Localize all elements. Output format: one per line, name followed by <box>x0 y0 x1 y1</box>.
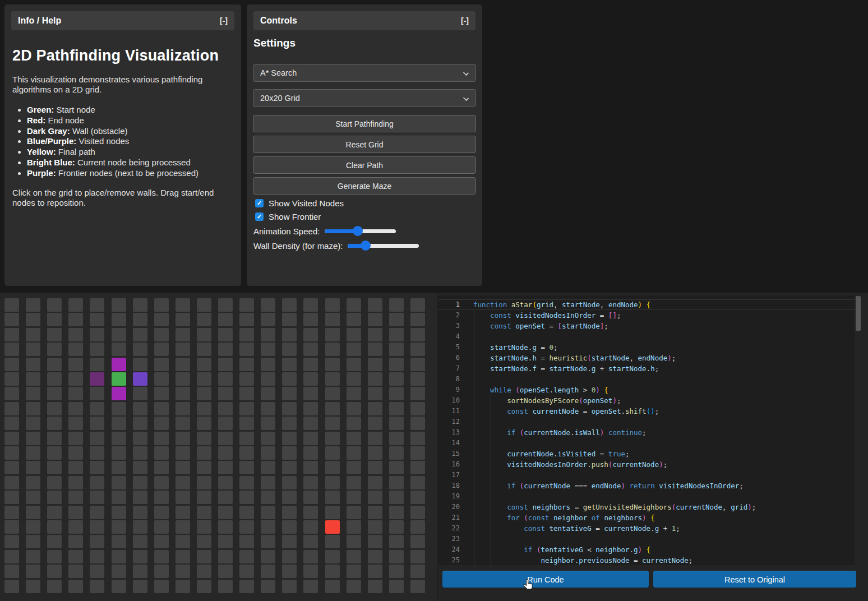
show-visited-nodes-checkbox[interactable]: ✓ <box>255 199 264 207</box>
grid-cell[interactable] <box>197 491 211 504</box>
grid-cell[interactable] <box>112 298 126 312</box>
grid-cell[interactable] <box>197 343 211 356</box>
grid-cell[interactable] <box>368 491 382 504</box>
grid-cell[interactable] <box>90 313 104 326</box>
grid-cell[interactable] <box>303 343 318 356</box>
grid-cell[interactable] <box>410 328 425 341</box>
grid-cell[interactable] <box>47 387 62 400</box>
grid-cell[interactable] <box>26 417 40 430</box>
grid-cell[interactable] <box>176 565 190 578</box>
grid-cell[interactable] <box>261 565 275 578</box>
grid-cell[interactable] <box>325 580 340 593</box>
grid-cell[interactable] <box>90 476 104 489</box>
grid-cell[interactable] <box>4 417 19 430</box>
grid-cell[interactable] <box>176 402 190 415</box>
grid-cell[interactable] <box>325 358 340 371</box>
grid-cell[interactable] <box>239 476 254 489</box>
grid-cell[interactable] <box>389 580 404 593</box>
grid-cell[interactable] <box>218 298 233 312</box>
grid-cell[interactable] <box>239 432 254 445</box>
grid-cell[interactable] <box>47 506 62 519</box>
grid-cell[interactable] <box>282 535 297 548</box>
grid-cell[interactable] <box>368 446 382 460</box>
grid-cell[interactable] <box>112 520 126 534</box>
grid-cell[interactable] <box>133 298 147 312</box>
grid-cell[interactable] <box>90 491 104 504</box>
grid-cell[interactable] <box>197 387 211 400</box>
grid-cell[interactable] <box>154 358 169 371</box>
grid-cell[interactable] <box>389 520 404 534</box>
grid-cell[interactable] <box>133 328 147 341</box>
grid-cell[interactable] <box>218 580 233 593</box>
grid-cell[interactable] <box>410 417 425 430</box>
grid-cell[interactable] <box>282 432 297 445</box>
grid-cell[interactable] <box>133 476 147 489</box>
grid-cell[interactable] <box>347 520 361 534</box>
grid-cell[interactable] <box>261 328 275 341</box>
grid-cell[interactable] <box>303 461 318 474</box>
grid-cell[interactable] <box>68 387 83 400</box>
grid-cell[interactable] <box>347 343 361 356</box>
grid-cell[interactable] <box>176 535 190 548</box>
grid-cell[interactable] <box>68 417 83 430</box>
grid-cell[interactable] <box>112 343 126 356</box>
grid-cell[interactable] <box>47 328 62 341</box>
grid-cell[interactable] <box>47 446 62 460</box>
grid-cell[interactable] <box>347 298 361 312</box>
grid-cell[interactable] <box>197 476 211 489</box>
grid-cell[interactable] <box>282 328 297 341</box>
grid-cell[interactable] <box>47 580 62 593</box>
grid-cell[interactable] <box>176 313 190 326</box>
grid-cell[interactable] <box>90 298 104 312</box>
grid-cell[interactable] <box>90 432 104 445</box>
grid-cell[interactable] <box>176 550 190 563</box>
grid-cell[interactable] <box>68 461 83 474</box>
grid-cell[interactable] <box>239 313 254 326</box>
grid-cell[interactable] <box>47 461 62 474</box>
grid-cell[interactable] <box>218 461 233 474</box>
grid-cell[interactable] <box>389 491 404 504</box>
grid-cell[interactable] <box>154 550 169 563</box>
grid-cell[interactable] <box>133 491 147 504</box>
grid-cell[interactable] <box>218 565 233 578</box>
grid-cell[interactable] <box>112 476 126 489</box>
grid-cell[interactable] <box>347 506 361 519</box>
grid-cell[interactable] <box>176 432 190 445</box>
grid-cell[interactable] <box>325 372 340 386</box>
grid-cell[interactable] <box>4 328 19 341</box>
grid-cell[interactable] <box>26 535 40 548</box>
grid-cell[interactable] <box>239 580 254 593</box>
grid-cell[interactable] <box>133 550 147 563</box>
grid-cell[interactable] <box>112 328 126 341</box>
grid-cell[interactable] <box>47 520 62 534</box>
grid-cell[interactable] <box>347 461 361 474</box>
grid-cell[interactable] <box>218 491 233 504</box>
grid-cell[interactable] <box>325 387 340 400</box>
grid-cell[interactable] <box>389 446 404 460</box>
grid-cell[interactable] <box>347 491 361 504</box>
grid-cell[interactable] <box>325 313 340 326</box>
grid-cell[interactable] <box>154 372 169 386</box>
grid-cell[interactable] <box>218 343 233 356</box>
grid-cell[interactable] <box>303 417 318 430</box>
grid-cell[interactable] <box>26 387 40 400</box>
grid-cell[interactable] <box>4 298 19 312</box>
grid-cell[interactable] <box>389 550 404 563</box>
grid-cell[interactable] <box>410 476 425 489</box>
grid-cell[interactable] <box>133 402 147 415</box>
grid-cell[interactable] <box>68 491 83 504</box>
grid-cell[interactable] <box>112 491 126 504</box>
grid-cell[interactable] <box>282 580 297 593</box>
grid-cell[interactable] <box>197 432 211 445</box>
grid-cell[interactable] <box>239 343 254 356</box>
grid-cell[interactable] <box>154 506 169 519</box>
grid-cell[interactable] <box>389 535 404 548</box>
slider-thumb[interactable] <box>353 226 363 236</box>
grid-cell[interactable] <box>410 387 425 400</box>
grid-cell[interactable] <box>47 476 62 489</box>
grid-cell[interactable] <box>368 506 382 519</box>
grid-cell[interactable] <box>410 402 425 415</box>
grid-cell[interactable] <box>303 491 318 504</box>
grid-cell[interactable] <box>26 446 40 460</box>
grid-cell[interactable] <box>239 387 254 400</box>
